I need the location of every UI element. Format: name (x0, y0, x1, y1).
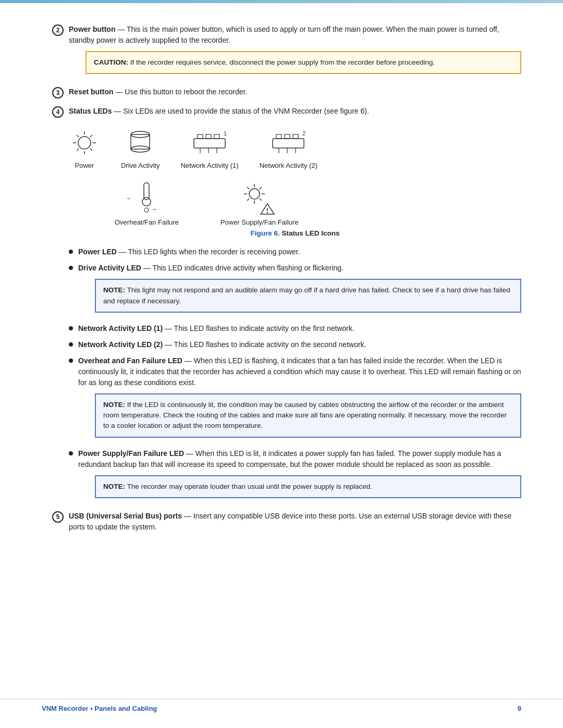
note-box-2: NOTE: If the LED is continuously lit, th… (95, 393, 521, 438)
icon-power: Power (69, 127, 100, 169)
note-1-text: This light may not respond and an audibl… (103, 286, 510, 304)
bullet-1-text: This LED lights when the recorder is rec… (128, 248, 300, 256)
bullet-network1-led: Network Activity LED (1) — This LED flas… (69, 323, 521, 334)
network1-icon: 1 (191, 127, 228, 158)
svg-line-40 (247, 199, 249, 201)
svg-point-29 (142, 198, 151, 206)
svg-point-31 (144, 208, 149, 212)
bullet-dot-4 (69, 342, 73, 347)
item-2-title: Power button (69, 25, 115, 33)
power-icon (69, 127, 100, 158)
overheat-icon: ~ ~ (126, 179, 167, 215)
bullet-3-title: Network Activity LED (1) (78, 324, 163, 332)
icon-drive: Drive Activity (121, 127, 160, 169)
network2-icon: 2 (270, 127, 307, 158)
caution-text: If the recorder requires service, discon… (130, 58, 435, 66)
caution-box: CAUTION: If the recorder requires servic… (85, 51, 521, 74)
item-2-num: 2 (52, 24, 64, 36)
svg-text:1: 1 (224, 130, 227, 137)
svg-line-8 (77, 149, 79, 151)
bullet-power-led: Power LED — This LED lights when the rec… (69, 246, 521, 257)
bullet-text-3: Network Activity LED (1) — This LED flas… (78, 323, 521, 334)
bullet-dot-1 (69, 250, 73, 254)
svg-rect-15 (214, 134, 219, 139)
icons-row-1: Power Drive Activity (69, 127, 521, 169)
figure-num: Figure 6. (250, 229, 279, 237)
svg-rect-23 (293, 134, 298, 139)
page-content: 2 Power button — This is the main power … (0, 3, 563, 571)
icons-row-2: ~ ~ Overheat/Fan Failure (115, 179, 521, 226)
item-3-num: 3 (52, 87, 64, 98)
icon-overheat: ~ ~ Overheat/Fan Failure (115, 179, 179, 226)
bullet-6-title: Power Supply/Fan Failure LED (78, 449, 184, 458)
item-5-num: 5 (52, 511, 64, 523)
svg-rect-22 (285, 134, 290, 139)
note-2-label: NOTE: (103, 401, 125, 409)
svg-text:~: ~ (127, 195, 130, 202)
svg-line-39 (260, 187, 262, 189)
svg-point-44 (266, 212, 267, 213)
bullet-drive-led: Drive Activity LED — This LED indicates … (69, 263, 521, 318)
bullet-text-6: Power Supply/Fan Failure LED — When this… (78, 448, 521, 503)
bullet-network2-led: Network Activity LED (2) — This LED flas… (69, 339, 521, 350)
note-3-text: The recorder may operate louder than usu… (127, 483, 373, 490)
svg-rect-21 (276, 134, 282, 139)
bullet-psfailure-led: Power Supply/Fan Failure LED — When this… (69, 448, 521, 503)
icon-overheat-label: Overheat/Fan Failure (115, 218, 179, 226)
bullet-4-title: Network Activity LED (2) (78, 340, 163, 349)
bullet-2-title: Drive Activity LED (78, 264, 141, 272)
item-3-text: Use this button to reboot the recorder. (125, 88, 247, 96)
bullet-section: Power LED — This LED lights when the rec… (69, 246, 521, 503)
icon-network1-label: Network Activity (1) (180, 162, 238, 169)
item-5: 5 USB (Universal Serial Bus) ports — Ins… (52, 511, 521, 533)
footer: VNM Recorder • Panels and Cabling 9 (0, 699, 563, 712)
svg-point-41 (249, 189, 260, 199)
bullet-1-title: Power LED (78, 248, 117, 256)
bullet-text-5: Overheat and Fan Failure LED — When this… (78, 355, 521, 443)
item-4-text: Six LEDs are used to provide the status … (123, 107, 369, 115)
bullet-5-title: Overheat and Fan Failure LED (78, 356, 182, 365)
drive-icon (127, 127, 153, 158)
bullet-text-4: Network Activity LED (2) — This LED flas… (78, 339, 521, 350)
figure-title: Status LED Icons (282, 229, 340, 237)
svg-line-38 (260, 199, 262, 201)
item-3: 3 Reset button — Use this button to rebo… (52, 87, 521, 98)
svg-text:2: 2 (302, 130, 305, 137)
svg-rect-28 (144, 183, 149, 200)
item-2: 2 Power button — This is the main power … (52, 24, 521, 79)
bullet-text-2: Drive Activity LED — This LED indicates … (78, 263, 521, 318)
bullet-overheat-led: Overheat and Fan Failure LED — When this… (69, 355, 521, 443)
svg-line-5 (77, 135, 79, 137)
note-1-label: NOTE: (103, 286, 125, 294)
svg-rect-20 (273, 139, 304, 148)
svg-line-37 (247, 187, 249, 189)
icon-network1: 1 Network Activity (1) (180, 127, 238, 169)
item-4: 4 Status LEDs — Six LEDs are used to pro… (52, 106, 521, 118)
bullet-dot-2 (69, 266, 73, 270)
icon-power-label: Power (75, 162, 94, 169)
svg-line-6 (90, 149, 92, 151)
footer-right: 9 (518, 705, 521, 712)
item-2-dash: — (115, 25, 127, 33)
bullet-4-text: This LED flashes to indicate activity on… (174, 340, 366, 349)
svg-rect-13 (198, 134, 203, 139)
icon-psfailure: Power Supply/Fan Failure (221, 179, 299, 226)
bullet-text-1: Power LED — This LED lights when the rec… (78, 246, 521, 257)
note-3-label: NOTE: (103, 483, 125, 490)
caution-label: CAUTION: (94, 58, 128, 66)
bullet-2-text: This LED indicates drive activity when f… (152, 264, 344, 272)
svg-rect-12 (194, 139, 225, 148)
figure-caption: Figure 6. Status LED Icons (69, 229, 521, 237)
icon-network2: 2 Network Activity (2) (260, 127, 317, 169)
bullet-dot-6 (69, 451, 73, 455)
psfailure-icon (239, 179, 280, 215)
item-2-text: This is the main power button, which is … (69, 25, 499, 44)
icon-psfailure-label: Power Supply/Fan Failure (221, 218, 299, 226)
item-4-title: Status LEDs (69, 107, 112, 115)
footer-left: VNM Recorder • Panels and Cabling (42, 705, 157, 712)
icon-drive-label: Drive Activity (121, 162, 160, 169)
item-4-num: 4 (52, 106, 64, 118)
svg-text:~: ~ (153, 206, 156, 213)
note-box-3: NOTE: The recorder may operate louder th… (95, 475, 521, 498)
item-3-title: Reset button (69, 88, 114, 96)
